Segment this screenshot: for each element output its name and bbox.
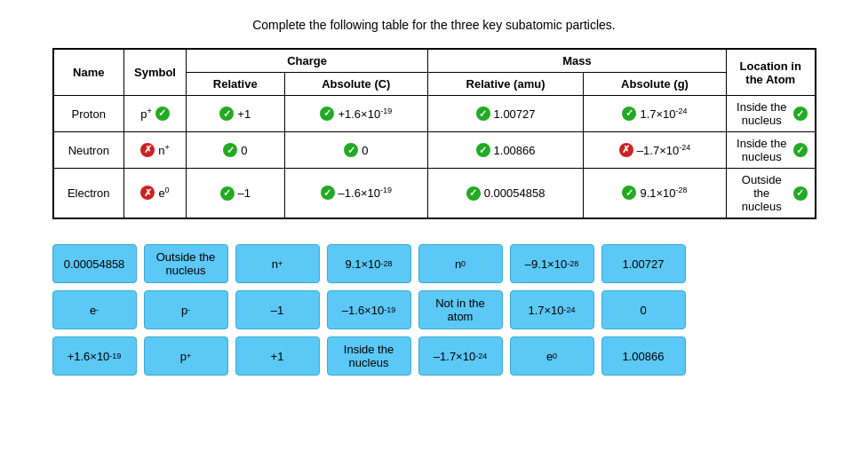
cell-electron-relative: ✓ –1 bbox=[187, 169, 285, 219]
tile-inside-nucleus[interactable]: Inside thenucleus bbox=[327, 336, 411, 376]
tile-outside-nucleus[interactable]: Outside thenucleus bbox=[144, 244, 228, 283]
cell-proton-absolute-g: ✓ 1.7×10-24 bbox=[584, 96, 727, 132]
page-title: Complete the following table for the thr… bbox=[252, 18, 616, 32]
tile-p-minus[interactable]: p- bbox=[144, 290, 228, 329]
badge-proton-abs-c: ✓ bbox=[320, 107, 334, 121]
col-header-mass: Mass bbox=[428, 49, 727, 73]
tile-9.1x10-28[interactable]: 9.1×10-28 bbox=[327, 244, 411, 283]
tile-0[interactable]: 0 bbox=[601, 290, 686, 329]
badge-proton-loc: ✓ bbox=[793, 107, 808, 121]
badge-proton-abs-g: ✓ bbox=[622, 107, 636, 121]
badge-electron-loc: ✓ bbox=[793, 186, 808, 201]
col-header-location: Location in the Atom bbox=[727, 49, 816, 96]
cell-electron-absolute-c: ✓ –1.6×10-19 bbox=[284, 169, 428, 219]
tile-1.00727[interactable]: 1.00727 bbox=[601, 244, 686, 283]
badge-proton-rel-amu: ✓ bbox=[476, 107, 490, 121]
tile-1.7x10-24[interactable]: 1.7×10-24 bbox=[510, 290, 594, 329]
tile-neg1.6x10-19[interactable]: –1.6×10-19 bbox=[327, 290, 411, 329]
cell-neutron-location: Inside the nucleus ✓ bbox=[727, 132, 816, 169]
cell-electron-relative-amu: ✓ 0.00054858 bbox=[428, 169, 584, 219]
col-header-name: Name bbox=[53, 49, 124, 96]
cell-proton-relative: ✓ +1 bbox=[187, 96, 285, 132]
badge-electron-rel-amu: ✓ bbox=[466, 186, 481, 201]
badge-neutron-rel: ✓ bbox=[223, 143, 237, 157]
cell-electron-symbol: ✗ e0 bbox=[124, 169, 187, 219]
cell-proton-location: Inside the nucleus ✓ bbox=[727, 96, 816, 132]
cell-proton-name: Proton bbox=[53, 96, 124, 132]
table-row: Electron ✗ e0 ✓ –1 ✓ –1.6×10-19 bbox=[53, 169, 816, 219]
cell-proton-relative-amu: ✓ 1.00727 bbox=[428, 96, 584, 132]
col-header-relative-amu: Relative (amu) bbox=[428, 73, 584, 96]
col-header-absolute-g: Absolute (g) bbox=[584, 73, 727, 96]
tile-n-zero[interactable]: n0 bbox=[418, 244, 503, 283]
cell-electron-location: Outside the nucleus ✓ bbox=[727, 169, 816, 219]
tile-plus1[interactable]: +1 bbox=[235, 336, 320, 376]
badge-neutron-abs-g: ✗ bbox=[619, 143, 633, 157]
badge-electron-abs-g: ✓ bbox=[622, 186, 636, 200]
cell-neutron-symbol: ✗ n+ bbox=[124, 132, 187, 169]
cell-neutron-relative-amu: ✓ 1.00866 bbox=[428, 132, 584, 169]
tile-plus1.6x10-19[interactable]: +1.6×10-19 bbox=[52, 336, 137, 376]
tiles-section: 0.00054858 Outside thenucleus n+ 9.1×10-… bbox=[52, 244, 816, 383]
cell-neutron-absolute-c: ✓ 0 bbox=[284, 132, 428, 169]
tile-neg1[interactable]: –1 bbox=[235, 290, 320, 329]
badge-electron-symbol: ✗ bbox=[140, 186, 155, 200]
subatomic-table: Name Symbol Charge Mass Location in the … bbox=[52, 48, 816, 219]
cell-electron-name: Electron bbox=[53, 169, 124, 219]
tiles-row-1: 0.00054858 Outside thenucleus n+ 9.1×10-… bbox=[52, 244, 816, 283]
table-row: Neutron ✗ n+ ✓ 0 ✓ 0 bbox=[53, 132, 816, 169]
tile-e-minus[interactable]: e- bbox=[52, 290, 137, 329]
tile-neg9.1x10-28[interactable]: –9.1×10-28 bbox=[510, 244, 594, 283]
col-header-charge: Charge bbox=[187, 49, 428, 73]
tile-neg1.7x10-24[interactable]: –1.7×10-24 bbox=[418, 336, 503, 376]
tile-n-plus[interactable]: n+ bbox=[235, 244, 320, 283]
col-header-absolute-c: Absolute (C) bbox=[284, 73, 428, 96]
col-header-relative: Relative bbox=[187, 73, 285, 96]
badge-neutron-rel-amu: ✓ bbox=[476, 143, 490, 157]
cell-proton-symbol: p+ ✓ bbox=[124, 96, 187, 132]
tile-0.00054858[interactable]: 0.00054858 bbox=[52, 244, 137, 283]
col-header-symbol: Symbol bbox=[124, 49, 187, 96]
table-row: Proton p+ ✓ ✓ +1 ✓ +1.6×10-19 bbox=[53, 96, 816, 132]
tiles-row-3: +1.6×10-19 p+ +1 Inside thenucleus –1.7×… bbox=[52, 336, 816, 376]
cell-neutron-absolute-g: ✗ –1.7×10-24 bbox=[584, 132, 727, 169]
cell-electron-absolute-g: ✓ 9.1×10-28 bbox=[584, 169, 727, 219]
tile-not-in-atom[interactable]: Not in theatom bbox=[418, 290, 503, 329]
badge-neutron-symbol: ✗ bbox=[140, 143, 155, 157]
tile-1.00866[interactable]: 1.00866 bbox=[601, 336, 686, 376]
tile-p-plus[interactable]: p+ bbox=[144, 336, 228, 376]
badge-proton-symbol: ✓ bbox=[155, 107, 170, 121]
cell-neutron-relative: ✓ 0 bbox=[187, 132, 285, 169]
cell-neutron-name: Neutron bbox=[53, 132, 124, 169]
tiles-row-2: e- p- –1 –1.6×10-19 Not in theatom 1.7×1… bbox=[52, 290, 816, 329]
cell-proton-absolute-c: ✓ +1.6×10-19 bbox=[284, 96, 428, 132]
badge-electron-rel: ✓ bbox=[220, 186, 235, 201]
badge-electron-abs-c: ✓ bbox=[321, 186, 335, 200]
badge-neutron-loc: ✓ bbox=[793, 143, 808, 157]
badge-neutron-abs-c: ✓ bbox=[344, 143, 358, 157]
tile-e-zero[interactable]: e0 bbox=[510, 336, 594, 376]
badge-proton-rel: ✓ bbox=[219, 107, 234, 121]
